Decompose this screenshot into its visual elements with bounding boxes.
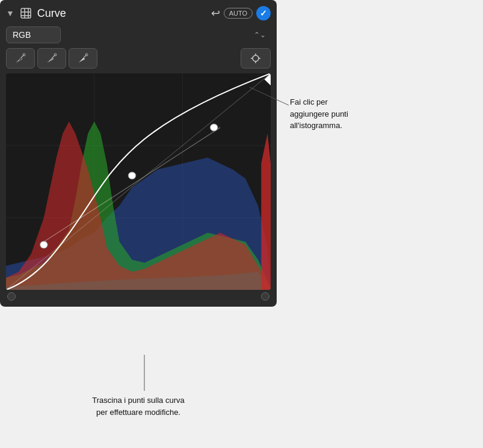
- curve-histogram-area[interactable]: [6, 73, 271, 290]
- svg-line-24: [44, 127, 220, 242]
- svg-rect-0: [21, 8, 31, 18]
- collapse-chevron[interactable]: ▼: [6, 8, 14, 18]
- black-eyedropper-button[interactable]: [6, 48, 35, 69]
- svg-point-14: [253, 55, 259, 61]
- panel-icon: [19, 7, 32, 20]
- auto-button[interactable]: AUTO: [224, 8, 253, 19]
- svg-point-7: [16, 61, 18, 63]
- svg-line-5: [21, 55, 24, 58]
- right-annotation-text: Fai clic peraggiungere puntiall'istogram…: [290, 96, 410, 132]
- svg-point-27: [210, 124, 218, 131]
- panel-header: ▼ Curve ↩ AUTO: [6, 6, 271, 20]
- select-arrow-icon: ⌃⌄: [254, 31, 266, 39]
- white-eyedropper-button[interactable]: [69, 48, 97, 69]
- header-actions: ↩ AUTO: [211, 6, 271, 20]
- svg-line-8: [52, 55, 55, 58]
- mid-eyedropper-button[interactable]: [37, 48, 66, 69]
- left-slider[interactable]: [7, 292, 16, 301]
- svg-point-26: [128, 172, 136, 179]
- undo-button[interactable]: ↩: [211, 7, 220, 20]
- bottom-annotation-text: Trascina i punti sulla curvaper effettua…: [36, 394, 241, 418]
- svg-line-23: [6, 73, 271, 290]
- channel-select[interactable]: RGB Red Green Blue Luminance: [6, 26, 61, 43]
- channel-select-wrapper: RGB Red Green Blue Luminance ⌃⌄: [6, 26, 271, 43]
- curves-panel: ▼ Curve ↩ AUTO RGB Red Green Blue Lu: [0, 0, 277, 307]
- svg-point-10: [48, 61, 49, 63]
- right-slider[interactable]: [261, 292, 269, 301]
- svg-line-11: [84, 55, 87, 58]
- crosshair-button[interactable]: [241, 48, 271, 69]
- svg-point-25: [40, 241, 48, 248]
- confirm-button[interactable]: [256, 6, 271, 20]
- curve-svg: [6, 73, 271, 290]
- tools-row: [6, 48, 271, 69]
- channel-dropdown-row: RGB Red Green Blue Luminance ⌃⌄: [6, 26, 271, 43]
- bottom-slider-row: [6, 290, 271, 301]
- svg-point-13: [79, 61, 81, 63]
- panel-title: Curve: [37, 7, 206, 20]
